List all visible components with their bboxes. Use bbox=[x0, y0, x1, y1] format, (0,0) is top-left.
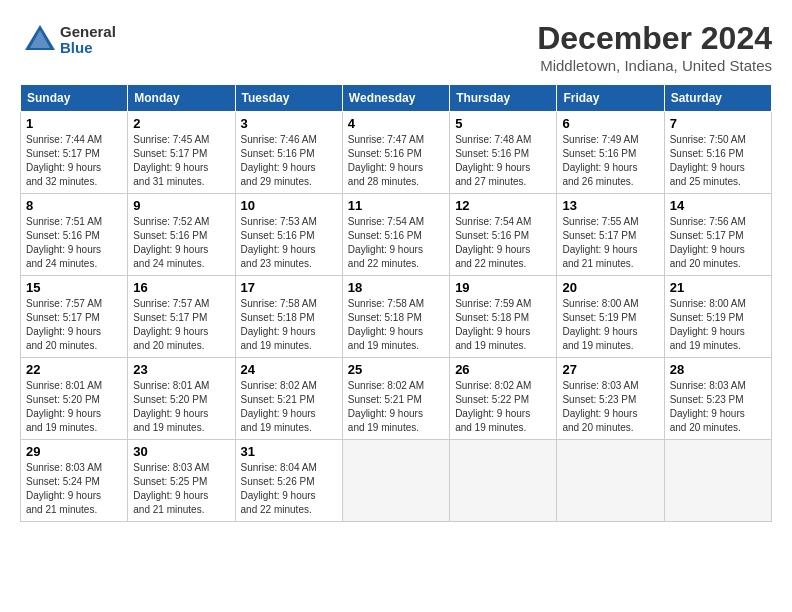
calendar-cell-day-15: 15Sunrise: 7:57 AM Sunset: 5:17 PM Dayli… bbox=[21, 276, 128, 358]
subtitle: Middletown, Indiana, United States bbox=[537, 57, 772, 74]
calendar-cell-day-29: 29Sunrise: 8:03 AM Sunset: 5:24 PM Dayli… bbox=[21, 440, 128, 522]
calendar-cell-empty bbox=[557, 440, 664, 522]
day-info: Sunrise: 8:02 AM Sunset: 5:22 PM Dayligh… bbox=[455, 379, 551, 435]
day-number: 9 bbox=[133, 198, 229, 213]
logo-icon bbox=[20, 20, 60, 60]
day-number: 12 bbox=[455, 198, 551, 213]
calendar-cell-day-3: 3Sunrise: 7:46 AM Sunset: 5:16 PM Daylig… bbox=[235, 112, 342, 194]
day-info: Sunrise: 8:01 AM Sunset: 5:20 PM Dayligh… bbox=[133, 379, 229, 435]
calendar-cell-day-21: 21Sunrise: 8:00 AM Sunset: 5:19 PM Dayli… bbox=[664, 276, 771, 358]
day-info: Sunrise: 7:58 AM Sunset: 5:18 PM Dayligh… bbox=[241, 297, 337, 353]
calendar-cell-day-2: 2Sunrise: 7:45 AM Sunset: 5:17 PM Daylig… bbox=[128, 112, 235, 194]
calendar-cell-day-31: 31Sunrise: 8:04 AM Sunset: 5:26 PM Dayli… bbox=[235, 440, 342, 522]
calendar-cell-day-14: 14Sunrise: 7:56 AM Sunset: 5:17 PM Dayli… bbox=[664, 194, 771, 276]
day-number: 31 bbox=[241, 444, 337, 459]
calendar-week-2: 8Sunrise: 7:51 AM Sunset: 5:16 PM Daylig… bbox=[21, 194, 772, 276]
calendar-header-thursday: Thursday bbox=[450, 85, 557, 112]
calendar-cell-day-8: 8Sunrise: 7:51 AM Sunset: 5:16 PM Daylig… bbox=[21, 194, 128, 276]
calendar-header-tuesday: Tuesday bbox=[235, 85, 342, 112]
day-info: Sunrise: 8:03 AM Sunset: 5:24 PM Dayligh… bbox=[26, 461, 122, 517]
day-number: 25 bbox=[348, 362, 444, 377]
day-number: 6 bbox=[562, 116, 658, 131]
day-info: Sunrise: 8:03 AM Sunset: 5:25 PM Dayligh… bbox=[133, 461, 229, 517]
calendar-cell-day-1: 1Sunrise: 7:44 AM Sunset: 5:17 PM Daylig… bbox=[21, 112, 128, 194]
calendar-cell-empty bbox=[342, 440, 449, 522]
day-info: Sunrise: 7:46 AM Sunset: 5:16 PM Dayligh… bbox=[241, 133, 337, 189]
day-number: 8 bbox=[26, 198, 122, 213]
day-number: 11 bbox=[348, 198, 444, 213]
day-number: 26 bbox=[455, 362, 551, 377]
calendar-cell-day-27: 27Sunrise: 8:03 AM Sunset: 5:23 PM Dayli… bbox=[557, 358, 664, 440]
day-info: Sunrise: 7:48 AM Sunset: 5:16 PM Dayligh… bbox=[455, 133, 551, 189]
logo-blue: Blue bbox=[60, 40, 116, 57]
header: General Blue December 2024 Middletown, I… bbox=[20, 20, 772, 74]
day-number: 18 bbox=[348, 280, 444, 295]
day-info: Sunrise: 7:57 AM Sunset: 5:17 PM Dayligh… bbox=[26, 297, 122, 353]
logo-general: General bbox=[60, 24, 116, 41]
logo-text: General Blue bbox=[60, 24, 116, 57]
day-number: 7 bbox=[670, 116, 766, 131]
calendar-cell-day-25: 25Sunrise: 8:02 AM Sunset: 5:21 PM Dayli… bbox=[342, 358, 449, 440]
day-info: Sunrise: 7:57 AM Sunset: 5:17 PM Dayligh… bbox=[133, 297, 229, 353]
calendar-cell-day-22: 22Sunrise: 8:01 AM Sunset: 5:20 PM Dayli… bbox=[21, 358, 128, 440]
main-title: December 2024 bbox=[537, 20, 772, 57]
title-section: December 2024 Middletown, Indiana, Unite… bbox=[537, 20, 772, 74]
day-number: 20 bbox=[562, 280, 658, 295]
day-number: 5 bbox=[455, 116, 551, 131]
day-number: 24 bbox=[241, 362, 337, 377]
calendar-week-1: 1Sunrise: 7:44 AM Sunset: 5:17 PM Daylig… bbox=[21, 112, 772, 194]
calendar-cell-day-9: 9Sunrise: 7:52 AM Sunset: 5:16 PM Daylig… bbox=[128, 194, 235, 276]
day-info: Sunrise: 8:03 AM Sunset: 5:23 PM Dayligh… bbox=[562, 379, 658, 435]
calendar-header-wednesday: Wednesday bbox=[342, 85, 449, 112]
day-info: Sunrise: 8:04 AM Sunset: 5:26 PM Dayligh… bbox=[241, 461, 337, 517]
calendar-cell-day-4: 4Sunrise: 7:47 AM Sunset: 5:16 PM Daylig… bbox=[342, 112, 449, 194]
calendar-header-saturday: Saturday bbox=[664, 85, 771, 112]
day-info: Sunrise: 8:03 AM Sunset: 5:23 PM Dayligh… bbox=[670, 379, 766, 435]
calendar-cell-day-12: 12Sunrise: 7:54 AM Sunset: 5:16 PM Dayli… bbox=[450, 194, 557, 276]
day-number: 4 bbox=[348, 116, 444, 131]
calendar-cell-day-19: 19Sunrise: 7:59 AM Sunset: 5:18 PM Dayli… bbox=[450, 276, 557, 358]
day-number: 2 bbox=[133, 116, 229, 131]
day-info: Sunrise: 7:52 AM Sunset: 5:16 PM Dayligh… bbox=[133, 215, 229, 271]
day-info: Sunrise: 7:55 AM Sunset: 5:17 PM Dayligh… bbox=[562, 215, 658, 271]
day-number: 13 bbox=[562, 198, 658, 213]
day-info: Sunrise: 8:00 AM Sunset: 5:19 PM Dayligh… bbox=[670, 297, 766, 353]
day-number: 19 bbox=[455, 280, 551, 295]
logo: General Blue bbox=[20, 20, 116, 60]
calendar-cell-empty bbox=[450, 440, 557, 522]
calendar-cell-day-13: 13Sunrise: 7:55 AM Sunset: 5:17 PM Dayli… bbox=[557, 194, 664, 276]
calendar-week-4: 22Sunrise: 8:01 AM Sunset: 5:20 PM Dayli… bbox=[21, 358, 772, 440]
day-info: Sunrise: 8:02 AM Sunset: 5:21 PM Dayligh… bbox=[348, 379, 444, 435]
day-info: Sunrise: 7:53 AM Sunset: 5:16 PM Dayligh… bbox=[241, 215, 337, 271]
calendar-cell-day-17: 17Sunrise: 7:58 AM Sunset: 5:18 PM Dayli… bbox=[235, 276, 342, 358]
day-number: 17 bbox=[241, 280, 337, 295]
day-info: Sunrise: 7:58 AM Sunset: 5:18 PM Dayligh… bbox=[348, 297, 444, 353]
day-number: 28 bbox=[670, 362, 766, 377]
calendar-header-friday: Friday bbox=[557, 85, 664, 112]
day-info: Sunrise: 8:02 AM Sunset: 5:21 PM Dayligh… bbox=[241, 379, 337, 435]
day-info: Sunrise: 8:00 AM Sunset: 5:19 PM Dayligh… bbox=[562, 297, 658, 353]
calendar-header-row: SundayMondayTuesdayWednesdayThursdayFrid… bbox=[21, 85, 772, 112]
day-number: 23 bbox=[133, 362, 229, 377]
calendar-header-sunday: Sunday bbox=[21, 85, 128, 112]
calendar-cell-day-26: 26Sunrise: 8:02 AM Sunset: 5:22 PM Dayli… bbox=[450, 358, 557, 440]
day-info: Sunrise: 7:44 AM Sunset: 5:17 PM Dayligh… bbox=[26, 133, 122, 189]
day-number: 16 bbox=[133, 280, 229, 295]
day-info: Sunrise: 7:51 AM Sunset: 5:16 PM Dayligh… bbox=[26, 215, 122, 271]
calendar-header-monday: Monday bbox=[128, 85, 235, 112]
day-info: Sunrise: 8:01 AM Sunset: 5:20 PM Dayligh… bbox=[26, 379, 122, 435]
day-number: 29 bbox=[26, 444, 122, 459]
day-info: Sunrise: 7:54 AM Sunset: 5:16 PM Dayligh… bbox=[455, 215, 551, 271]
day-info: Sunrise: 7:59 AM Sunset: 5:18 PM Dayligh… bbox=[455, 297, 551, 353]
calendar-cell-day-23: 23Sunrise: 8:01 AM Sunset: 5:20 PM Dayli… bbox=[128, 358, 235, 440]
calendar-cell-day-10: 10Sunrise: 7:53 AM Sunset: 5:16 PM Dayli… bbox=[235, 194, 342, 276]
day-number: 3 bbox=[241, 116, 337, 131]
day-number: 10 bbox=[241, 198, 337, 213]
day-number: 15 bbox=[26, 280, 122, 295]
calendar-cell-day-5: 5Sunrise: 7:48 AM Sunset: 5:16 PM Daylig… bbox=[450, 112, 557, 194]
day-number: 22 bbox=[26, 362, 122, 377]
calendar-table: SundayMondayTuesdayWednesdayThursdayFrid… bbox=[20, 84, 772, 522]
day-info: Sunrise: 7:45 AM Sunset: 5:17 PM Dayligh… bbox=[133, 133, 229, 189]
day-number: 30 bbox=[133, 444, 229, 459]
calendar-cell-day-18: 18Sunrise: 7:58 AM Sunset: 5:18 PM Dayli… bbox=[342, 276, 449, 358]
